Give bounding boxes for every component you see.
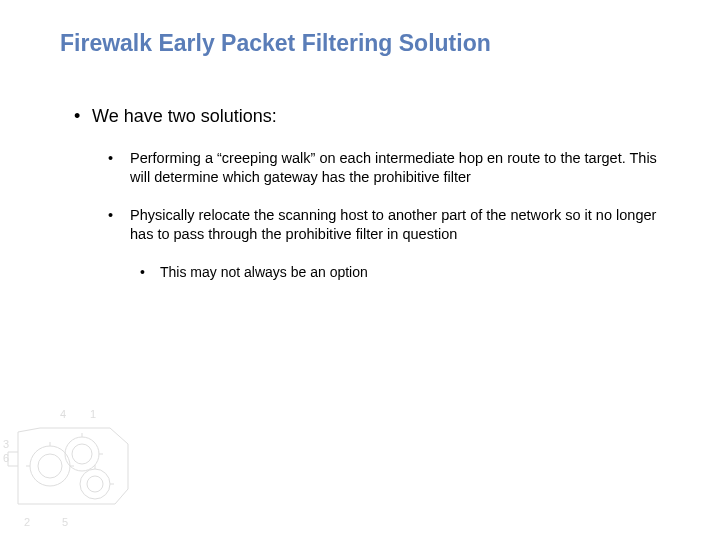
svg-point-5: [87, 476, 103, 492]
bullet-level3: This may not always be an option: [70, 263, 670, 281]
diagram-label: 4: [60, 408, 66, 420]
bullet-level2: Physically relocate the scanning host to…: [70, 206, 670, 243]
svg-point-3: [72, 444, 92, 464]
slide: Firewalk Early Packet Filtering Solution…: [0, 0, 720, 540]
diagram-label: 2: [24, 516, 30, 528]
bullet-level2: Performing a “creeping walk” on each int…: [70, 149, 670, 186]
diagram-label: 3: [3, 438, 9, 450]
svg-point-4: [80, 469, 110, 499]
slide-body: We have two solutions: Performing a “cre…: [70, 106, 670, 281]
diagram-label: 6: [3, 452, 9, 464]
svg-point-1: [38, 454, 62, 478]
svg-point-0: [30, 446, 70, 486]
gear-diagram-icon: 1 2 3 4 5 6: [0, 394, 150, 534]
bullet-level1: We have two solutions:: [70, 106, 670, 127]
diagram-label: 1: [90, 408, 96, 420]
slide-title: Firewalk Early Packet Filtering Solution: [60, 30, 491, 57]
diagram-label: 5: [62, 516, 68, 528]
